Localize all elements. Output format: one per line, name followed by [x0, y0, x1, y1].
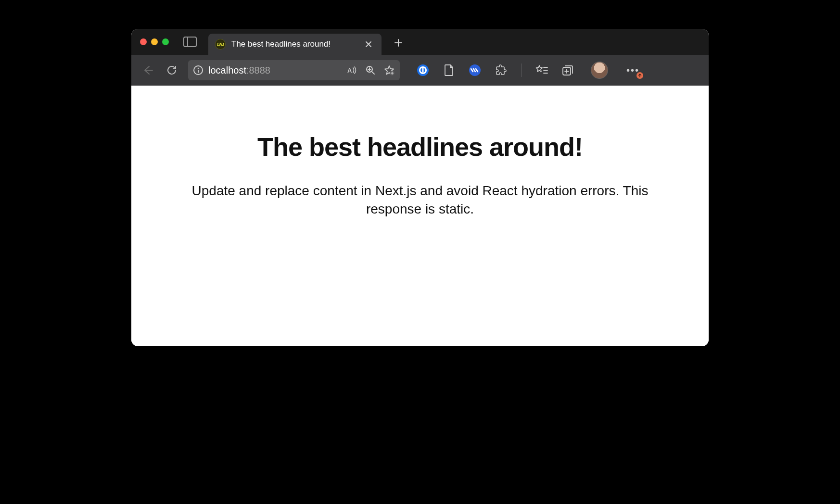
sidebar-toggle-icon[interactable]	[183, 37, 197, 47]
svg-rect-2	[198, 70, 199, 73]
page-body-text: Update and replace content in Next.js an…	[165, 182, 675, 218]
refresh-button[interactable]	[164, 63, 179, 78]
profile-avatar[interactable]	[591, 62, 608, 79]
svg-point-1	[198, 68, 199, 69]
onepassword-extension-icon[interactable]	[416, 63, 430, 77]
favorites-list-icon[interactable]	[535, 63, 548, 77]
favorites-add-icon[interactable]	[383, 64, 395, 76]
stripes-extension-icon[interactable]	[468, 63, 482, 77]
zoom-icon[interactable]	[365, 65, 376, 76]
toolbar-divider	[521, 63, 522, 77]
extensions-puzzle-icon[interactable]	[494, 63, 508, 77]
site-info-icon[interactable]	[193, 65, 204, 76]
address-bar[interactable]: localhost:8888 A	[188, 60, 400, 80]
extension-icons: •••	[416, 62, 639, 79]
svg-text:A: A	[347, 67, 352, 74]
back-button[interactable]	[140, 63, 155, 78]
read-aloud-icon[interactable]: A	[347, 65, 357, 76]
new-tab-button[interactable]	[394, 38, 403, 47]
tab-strip: LWJ The best headlines around!	[131, 29, 709, 55]
url-port: :8888	[246, 65, 270, 76]
svg-rect-9	[422, 68, 424, 73]
browser-window: LWJ The best headlines around! localhost…	[131, 29, 709, 346]
window-controls	[140, 38, 169, 45]
url-display: localhost:8888	[208, 65, 270, 76]
update-badge-icon	[636, 72, 643, 79]
document-extension-icon[interactable]	[442, 63, 456, 77]
tab-title: The best headlines around!	[231, 39, 359, 49]
browser-tab[interactable]: LWJ The best headlines around!	[208, 34, 382, 55]
window-minimize-button[interactable]	[151, 38, 158, 45]
window-maximize-button[interactable]	[162, 38, 169, 45]
browser-toolbar: localhost:8888 A	[131, 55, 709, 86]
page-heading: The best headlines around!	[131, 132, 709, 162]
url-host: localhost	[208, 65, 246, 76]
collections-icon[interactable]	[561, 63, 574, 77]
tab-close-button[interactable]	[365, 41, 375, 48]
page-content: The best headlines around! Update and re…	[131, 86, 709, 346]
favicon-icon: LWJ	[215, 39, 226, 50]
more-menu-button[interactable]: •••	[626, 65, 639, 76]
window-close-button[interactable]	[140, 38, 147, 45]
